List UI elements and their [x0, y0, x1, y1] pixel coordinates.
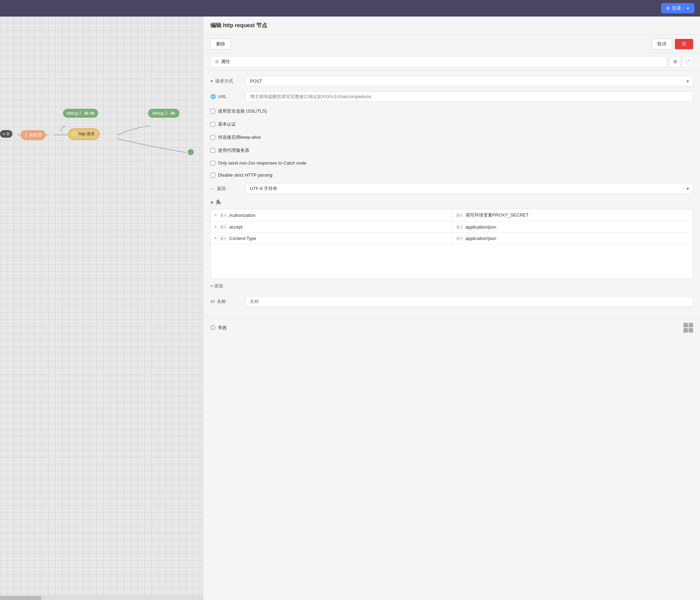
headers-icon: ≡	[210, 200, 213, 205]
panel-toolbar: 删除 取消 完	[203, 35, 700, 53]
key1-dropdown[interactable]: ▼	[214, 213, 217, 217]
url-label: 🌐 URL	[210, 94, 241, 99]
ssl-checkbox[interactable]	[210, 109, 215, 114]
header-row-1: ▼ a z Authorization a z 填写环境变量PROXY_SECR…	[211, 209, 693, 221]
return-select[interactable]: UTF-8 字符串 二进制缓冲区 JSON 对象	[245, 183, 693, 194]
delete-button[interactable]: 删除	[210, 39, 231, 50]
globe-icon: 🌐	[210, 94, 216, 99]
settings-icon: ⚙	[673, 59, 678, 64]
header-value-1-text: 填写环境变量PROXY_SECRET	[466, 212, 529, 218]
debug2-ports	[84, 112, 95, 115]
toolbar-right: 取消 完	[651, 39, 693, 50]
return-row: ← 返回 UTF-8 字符串 二进制缓冲区 JSON 对象 ▼	[210, 183, 693, 194]
canvas-scrollbar-thumb[interactable]	[0, 596, 41, 600]
method-select-wrapper: POST GET PUT DELETE PATCH ▼	[245, 76, 693, 86]
cancel-button[interactable]: 取消	[651, 39, 672, 50]
header-value-3[interactable]: a z application/json	[452, 233, 693, 244]
valid-text: 有效	[218, 325, 227, 331]
non2xx-checkbox[interactable]	[210, 161, 215, 166]
header-value-1[interactable]: a z 填写环境变量PROXY_SECRET	[452, 209, 693, 221]
method-select[interactable]: POST GET PUT DELETE PATCH	[245, 76, 693, 86]
header-value-3-text: application/json	[466, 236, 497, 241]
non2xx-row: Only send non-2xx responses to Catch nod…	[210, 159, 693, 167]
debug3-node[interactable]: debug 3	[148, 109, 179, 118]
flow-canvas[interactable]: ≡ debug 2 debug 3 ƒ 前处理 http 请求	[0, 17, 203, 600]
arrow-icon: ←	[210, 186, 215, 191]
panel-title: 编辑 http request 节点	[210, 22, 267, 28]
description-icon-btn[interactable]: 📄	[682, 56, 693, 67]
keepalive-label[interactable]: 对连接启用keep-alive	[218, 134, 261, 140]
basic-auth-row: 基本认证	[210, 120, 693, 129]
return-select-wrapper: UTF-8 字符串 二进制缓冲区 JSON 对象 ▼	[245, 183, 693, 194]
preprocess-label: 前处理	[29, 132, 42, 138]
ssl-row: 使用安全连接 (SSL/TLS)	[210, 107, 693, 116]
left-control-node[interactable]: ≡	[0, 130, 12, 138]
value3-type: a z	[456, 235, 463, 241]
basic-auth-label[interactable]: 基本认证	[218, 121, 236, 127]
header-key-2[interactable]: ▼ a z accept	[211, 221, 452, 232]
key3-type: a z	[219, 235, 227, 241]
valid-label-row: 有效	[210, 325, 227, 331]
left-node-port	[6, 132, 10, 136]
tab-icon-group: ⚙ 📄	[670, 56, 693, 67]
keepalive-checkbox[interactable]	[210, 135, 215, 140]
headers-label: 头	[216, 199, 221, 206]
ssl-label[interactable]: 使用安全连接 (SSL/TLS)	[218, 108, 267, 114]
done-button[interactable]: 完	[675, 39, 693, 49]
proxy-label[interactable]: 使用代理服务器	[218, 147, 249, 154]
deploy-dropdown-arrow[interactable]: ▼	[683, 7, 690, 10]
http-node[interactable]: http 请求	[68, 128, 100, 140]
header-key-1[interactable]: ▼ a z Authorization	[211, 209, 452, 221]
method-label: ≡ 请求方式	[210, 78, 241, 84]
header-key-2-text: accept	[229, 224, 242, 230]
keepalive-row: 对连接启用keep-alive	[210, 133, 693, 142]
form-content: ≡ 请求方式 POST GET PUT DELETE PATCH ▼ 🌐 URL	[203, 70, 700, 318]
header-value-2[interactable]: a z application/json	[452, 221, 693, 232]
name-input[interactable]	[245, 296, 693, 307]
url-input[interactable]	[245, 91, 693, 102]
key2-dropdown[interactable]: ▼	[214, 225, 217, 229]
canvas-scrollbar[interactable]	[0, 596, 203, 600]
key3-dropdown[interactable]: ▼	[214, 236, 217, 240]
gear-icon: ⚙	[215, 59, 219, 64]
tab-properties-label: 属性	[221, 59, 230, 65]
debug3-ports	[170, 112, 175, 115]
preprocess-node[interactable]: ƒ 前处理	[21, 130, 46, 140]
basic-auth-checkbox[interactable]	[210, 122, 215, 127]
headers-table: ▼ a z Authorization a z 填写环境变量PROXY_SECR…	[210, 209, 693, 279]
method-row: ≡ 请求方式 POST GET PUT DELETE PATCH ▼	[210, 76, 693, 86]
url-row: 🌐 URL	[210, 91, 693, 102]
name-label: 🏷 名称	[210, 298, 241, 305]
header-value-2-text: application/json	[466, 224, 497, 230]
debug3-label: debug 3	[152, 111, 167, 116]
tag-icon: 🏷	[210, 299, 215, 304]
debug2-node[interactable]: debug 2	[63, 109, 98, 118]
panel-header: 编辑 http request 节点	[203, 17, 700, 35]
valid-radio[interactable]	[210, 325, 215, 330]
settings-icon-btn[interactable]: ⚙	[670, 56, 681, 67]
grid-view-button[interactable]	[683, 323, 693, 333]
deploy-label: 部署	[672, 5, 681, 11]
add-header-button[interactable]: + 添加	[210, 282, 223, 291]
header-key-3[interactable]: ▼ a z Content-Type	[211, 233, 452, 244]
http-node-label: http 请求	[79, 131, 95, 137]
tabs-row: ⚙ 属性 ⚙ 📄	[203, 53, 700, 70]
debug2-label: debug 2	[66, 111, 81, 116]
header-row-2: ▼ a z accept a z application/json	[211, 221, 693, 233]
non2xx-label[interactable]: Only send non-2xx responses to Catch nod…	[218, 160, 306, 166]
deploy-button[interactable]: ⚙ 部署 ▼	[661, 3, 694, 13]
list-icon: ≡	[210, 78, 213, 84]
bottom-section: 有效	[203, 318, 700, 337]
proxy-checkbox[interactable]	[210, 148, 215, 153]
header-key-3-text: Content-Type	[229, 236, 256, 241]
flow-connections	[0, 17, 203, 600]
http-node-port-left	[73, 133, 76, 136]
header-key-1-text: Authorization	[229, 213, 255, 218]
tab-properties[interactable]: ⚙ 属性	[210, 56, 667, 67]
strict-http-label[interactable]: Disable strict HTTP parsing	[218, 172, 272, 178]
value1-type: a z	[456, 212, 463, 218]
key2-type: a z	[219, 224, 227, 230]
strict-http-checkbox[interactable]	[210, 173, 215, 178]
headers-section-header: ≡ 头	[210, 199, 693, 206]
small-green-node[interactable]	[188, 149, 194, 155]
